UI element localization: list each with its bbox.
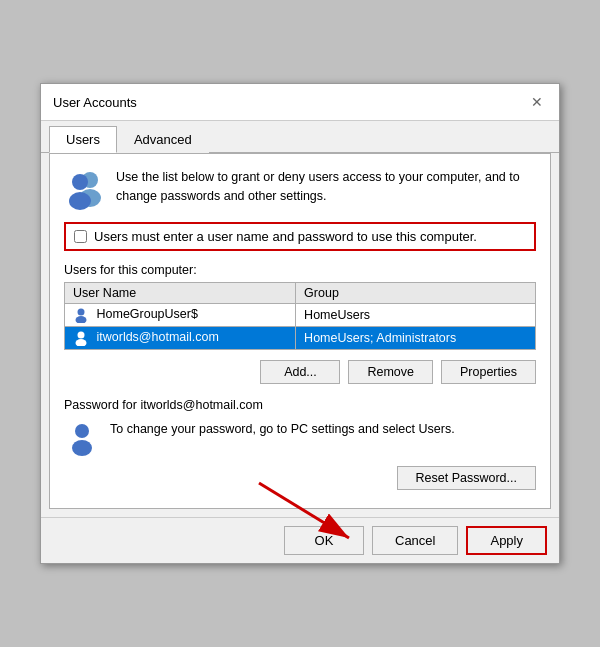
user-name-cell: itworlds@hotmail.com <box>65 327 296 350</box>
svg-point-5 <box>76 316 87 323</box>
users-icon <box>64 168 106 210</box>
users-table: User Name Group HomeGroupUser$ HomeUsers <box>64 282 536 350</box>
col-header-username: User Name <box>65 283 296 304</box>
user-action-buttons: Add... Remove Properties <box>64 360 536 384</box>
remove-button[interactable]: Remove <box>348 360 433 384</box>
user-name-cell: HomeGroupUser$ <box>65 304 296 327</box>
info-text: Use the list below to grant or deny user… <box>116 168 536 206</box>
svg-point-3 <box>69 192 91 210</box>
table-header-row: User Name Group <box>65 283 536 304</box>
tab-advanced[interactable]: Advanced <box>117 126 209 153</box>
password-section-label: Password for itworlds@hotmail.com <box>64 398 536 412</box>
password-info-row: To change your password, go to PC settin… <box>64 420 536 456</box>
checkbox-label[interactable]: Users must enter a user name and passwor… <box>94 229 477 244</box>
user-group-cell: HomeUsers <box>296 304 536 327</box>
password-checkbox[interactable] <box>74 230 87 243</box>
add-button[interactable]: Add... <box>260 360 340 384</box>
password-icon <box>64 420 100 456</box>
svg-point-4 <box>78 309 85 316</box>
ok-button[interactable]: OK <box>284 526 364 555</box>
reset-btn-row: Reset Password... <box>64 466 536 490</box>
tab-content: Use the list below to grant or deny user… <box>49 153 551 509</box>
svg-point-2 <box>72 174 88 190</box>
user-accounts-dialog: User Accounts ✕ Users Advanced <box>40 83 560 564</box>
svg-point-9 <box>72 440 92 456</box>
svg-point-7 <box>76 339 87 346</box>
properties-button[interactable]: Properties <box>441 360 536 384</box>
dialog-title: User Accounts <box>53 95 137 110</box>
tab-bar: Users Advanced <box>41 121 559 153</box>
col-header-group: Group <box>296 283 536 304</box>
password-text: To change your password, go to PC settin… <box>110 420 455 439</box>
user-group-cell: HomeUsers; Administrators <box>296 327 536 350</box>
info-section: Use the list below to grant or deny user… <box>64 168 536 210</box>
svg-point-8 <box>75 424 89 438</box>
table-row[interactable]: itworlds@hotmail.com HomeUsers; Administ… <box>65 327 536 350</box>
title-bar: User Accounts ✕ <box>41 84 559 121</box>
tab-users[interactable]: Users <box>49 126 117 153</box>
password-section: Password for itworlds@hotmail.com To cha… <box>64 398 536 490</box>
close-button[interactable]: ✕ <box>527 92 547 112</box>
svg-point-6 <box>78 332 85 339</box>
bottom-bar: OK Cancel Apply <box>41 517 559 563</box>
apply-button[interactable]: Apply <box>466 526 547 555</box>
reset-password-button[interactable]: Reset Password... <box>397 466 536 490</box>
table-row[interactable]: HomeGroupUser$ HomeUsers <box>65 304 536 327</box>
users-section-label: Users for this computer: <box>64 263 536 277</box>
checkbox-row: Users must enter a user name and passwor… <box>64 222 536 251</box>
cancel-button[interactable]: Cancel <box>372 526 458 555</box>
